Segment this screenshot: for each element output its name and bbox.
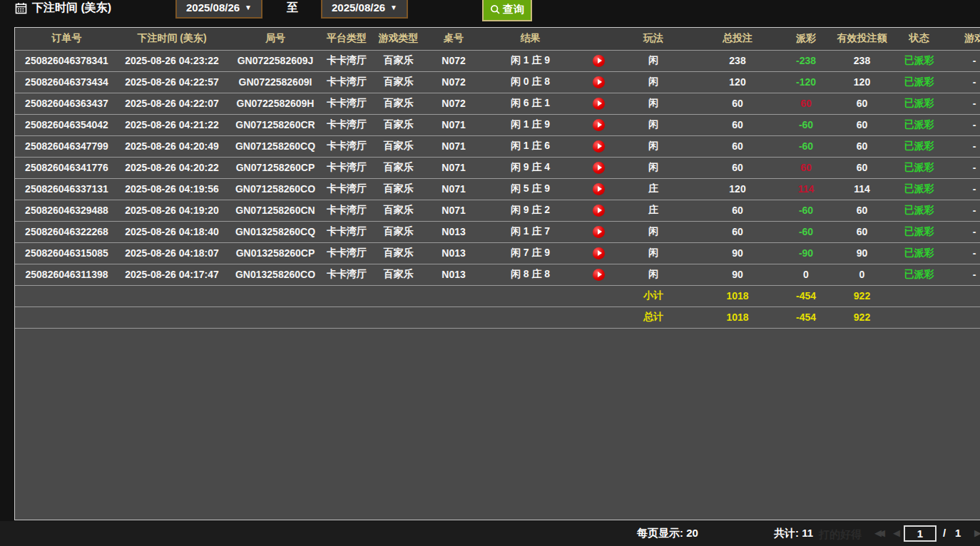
- cell-empty: [942, 307, 980, 328]
- cell-round-no: GN0722582609I: [225, 71, 325, 93]
- play-button[interactable]: [593, 226, 605, 238]
- pagination-bar: 打的好得 每页显示: 20 共计: 11 ◀◀ ◀ / 1 ▶: [0, 521, 980, 546]
- cell-table-no: N071: [429, 114, 479, 135]
- cell-valid-bet: 60: [828, 157, 896, 178]
- play-icon: [598, 165, 602, 170]
- cell-payout: -60: [784, 221, 828, 242]
- cell-game-type: 百家乐: [368, 50, 429, 71]
- cell-total-bet: 120: [691, 178, 784, 200]
- cell-total-bet: 60: [691, 157, 784, 178]
- cell-game: -: [942, 71, 980, 93]
- cell-total-bet: 60: [691, 114, 784, 135]
- query-button[interactable]: 查询: [482, 0, 532, 21]
- header-cell: 有效投注额: [828, 28, 896, 50]
- cell-status: 已派彩: [896, 242, 942, 264]
- cell-platform: 卡卡湾厅: [325, 221, 368, 242]
- cell-valid-bet: 60: [828, 114, 896, 135]
- cell-payout: -60: [784, 114, 828, 135]
- play-button[interactable]: [593, 183, 605, 195]
- table-row: 2508260463417762025-08-26 04:20:22GN0712…: [15, 157, 980, 178]
- cell-payout: 114: [784, 178, 828, 200]
- cell-status: 已派彩: [896, 50, 942, 71]
- first-page-button[interactable]: ◀◀: [874, 527, 882, 538]
- cell-status: 已派彩: [896, 157, 942, 178]
- cell-valid-bet: 114: [828, 178, 896, 200]
- cell-valid-bet: 922: [828, 307, 896, 328]
- cell-play-type: 闲: [616, 114, 691, 135]
- cell-result: 闲 0 庄 8: [479, 71, 582, 93]
- cell-game-type: 百家乐: [368, 221, 429, 242]
- play-button[interactable]: [593, 247, 605, 259]
- cell-table-no: N013: [429, 221, 479, 242]
- cell-total-bet: 60: [691, 135, 784, 157]
- cell-table-no: N071: [429, 200, 479, 221]
- cell-game: -: [942, 221, 980, 242]
- cell-play-type: 庄: [616, 178, 691, 200]
- cell-total-bet: 1018: [691, 307, 784, 328]
- cell-result: 闲 1 庄 9: [479, 114, 582, 135]
- cell-bet-time: 2025-08-26 04:23:22: [118, 50, 225, 71]
- cell-round-no: GN013258260CO: [225, 264, 325, 285]
- table-row: 2508260463150852025-08-26 04:18:07GN0132…: [15, 242, 980, 264]
- cell-platform: 卡卡湾厅: [325, 93, 368, 114]
- play-icon: [598, 122, 602, 128]
- cell-empty: [429, 307, 479, 328]
- play-button[interactable]: [593, 205, 605, 217]
- cell-payout: 60: [784, 157, 828, 178]
- date-to-select[interactable]: 2025/08/26 ▼: [321, 0, 408, 19]
- page-input[interactable]: [904, 525, 936, 542]
- cell-valid-bet: 60: [828, 221, 896, 242]
- play-button[interactable]: [593, 162, 605, 174]
- cell-platform: 卡卡湾厅: [325, 200, 368, 221]
- next-page-button[interactable]: ▶: [974, 527, 980, 538]
- header-cell: 下注时间 (美东): [118, 28, 225, 50]
- date-from-select[interactable]: 2025/08/26 ▼: [175, 0, 262, 19]
- cell-order-no: 250826046337131: [15, 178, 118, 200]
- bets-table: 订单号下注时间 (美东)局号平台类型游戏类型桌号结果玩法总投注派彩有效投注额状态…: [15, 28, 980, 329]
- cell-play-button: [582, 178, 616, 200]
- total-count-label: 共计: 11: [774, 527, 813, 540]
- play-icon: [598, 143, 602, 149]
- cell-game: -: [942, 135, 980, 157]
- play-button[interactable]: [593, 269, 605, 281]
- cell-table-no: N072: [429, 71, 479, 93]
- play-button[interactable]: [593, 76, 605, 88]
- cell-game-type: 百家乐: [368, 157, 429, 178]
- cell-total-bet: 60: [691, 221, 784, 242]
- date-to-value: 2025/08/26: [332, 1, 385, 14]
- play-button[interactable]: [593, 55, 605, 67]
- play-button[interactable]: [593, 140, 605, 153]
- cell-game: -: [942, 242, 980, 264]
- cell-play-button: [582, 200, 616, 221]
- cell-bet-time: 2025-08-26 04:20:49: [118, 135, 225, 157]
- cell-play-type: 庄: [616, 200, 691, 221]
- cell-empty: [368, 307, 429, 328]
- cell-empty: [118, 285, 225, 307]
- subtotal-row: 小计1018-454922: [15, 285, 980, 307]
- cell-round-no: GN071258260CO: [225, 178, 325, 200]
- header-cell: 派彩: [784, 28, 828, 50]
- cell-platform: 卡卡湾厅: [325, 71, 368, 93]
- header-cell: 总投注: [691, 28, 784, 50]
- play-button[interactable]: [593, 119, 605, 131]
- cell-game: -: [942, 157, 980, 178]
- cell-bet-time: 2025-08-26 04:21:22: [118, 114, 225, 135]
- cell-valid-bet: 90: [828, 242, 896, 264]
- cell-game-type: 百家乐: [368, 114, 429, 135]
- cell-order-no: 250826046341776: [15, 157, 118, 178]
- cell-table-no: N071: [429, 178, 479, 200]
- cell-table-no: N071: [429, 135, 479, 157]
- cell-platform: 卡卡湾厅: [325, 50, 368, 71]
- cell-payout: 60: [784, 93, 828, 114]
- cell-empty: [896, 307, 942, 328]
- play-button[interactable]: [593, 98, 605, 110]
- cell-table-no: N013: [429, 242, 479, 264]
- prev-page-button[interactable]: ◀: [893, 527, 900, 538]
- cell-round-no: GN071258260CP: [225, 157, 325, 178]
- cell-game: -: [942, 200, 980, 221]
- table-row: 2508260463734342025-08-26 04:22:57GN0722…: [15, 71, 980, 93]
- background-watermark: 打的好得: [819, 528, 862, 542]
- play-icon: [598, 207, 602, 213]
- cell-result: 闲 6 庄 1: [479, 93, 582, 114]
- cell-payout: -238: [784, 50, 828, 71]
